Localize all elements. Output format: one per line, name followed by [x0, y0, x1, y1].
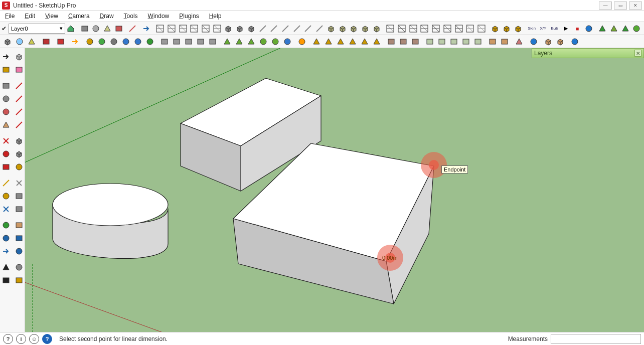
sphere-b[interactable]: [569, 36, 580, 47]
proj-4[interactable]: [195, 36, 206, 47]
contour5[interactable]: [303, 23, 313, 34]
pan-tool[interactable]: [14, 220, 25, 231]
proj-3[interactable]: [183, 36, 194, 47]
angle-4[interactable]: [347, 36, 358, 47]
plant-1[interactable]: [222, 36, 233, 47]
style-toggle-2[interactable]: Bub: [549, 23, 560, 34]
section-plane[interactable]: [14, 275, 25, 286]
zoom-tool[interactable]: [1, 233, 12, 244]
menu-plugins[interactable]: Plugins: [174, 11, 204, 22]
hatch-c[interactable]: [408, 23, 418, 34]
hatch4[interactable]: [189, 23, 200, 34]
component-edit[interactable]: [14, 36, 25, 47]
shadow-settings[interactable]: [79, 23, 90, 34]
menu-camera[interactable]: Camera: [63, 11, 95, 22]
dynamic-swirl[interactable]: [583, 23, 594, 34]
contour4[interactable]: [291, 23, 302, 34]
grid1[interactable]: [465, 23, 475, 34]
undo-arc[interactable]: [141, 23, 151, 34]
component-fav[interactable]: [26, 36, 37, 47]
axes-tool[interactable]: [1, 204, 12, 215]
contour3[interactable]: [280, 23, 291, 34]
arc2-tool[interactable]: [14, 119, 25, 130]
freehand-tool[interactable]: [14, 93, 25, 104]
eraser-tool[interactable]: [14, 64, 25, 75]
paint-bucket-tool[interactable]: [1, 64, 12, 75]
style-toggle-1[interactable]: X/Y: [538, 23, 549, 34]
play-animation[interactable]: ▶: [561, 23, 571, 34]
protractor-tool[interactable]: [1, 191, 12, 202]
angle-5[interactable]: [359, 36, 370, 47]
geolocation-button[interactable]: ?: [3, 334, 13, 344]
doc-5[interactable]: [472, 36, 484, 47]
tree2[interactable]: [620, 23, 630, 34]
zoom-extents[interactable]: [14, 246, 25, 257]
mark-bb[interactable]: [132, 36, 143, 47]
profile-button[interactable]: ☺: [29, 334, 39, 344]
contour1[interactable]: [257, 23, 268, 34]
make-component[interactable]: [14, 51, 25, 62]
hatch2[interactable]: [166, 23, 177, 34]
angle-3[interactable]: [335, 36, 346, 47]
doc-4[interactable]: [460, 36, 471, 47]
doc-3[interactable]: [448, 36, 459, 47]
proj-2[interactable]: [171, 36, 182, 47]
page-1[interactable]: [487, 36, 498, 47]
hatch5[interactable]: [201, 23, 211, 34]
menu-file[interactable]: File: [0, 11, 20, 22]
mark-a[interactable]: [96, 36, 107, 47]
hatch-g[interactable]: [453, 23, 464, 34]
sandbox-contours[interactable]: [127, 23, 138, 34]
bush[interactable]: [631, 23, 642, 34]
section[interactable]: [114, 23, 124, 34]
menu-help[interactable]: Help: [204, 11, 227, 22]
trim[interactable]: [246, 23, 257, 34]
offset-tool[interactable]: [14, 161, 25, 172]
pie-tool[interactable]: [1, 119, 12, 130]
component-make[interactable]: [2, 36, 13, 47]
zoom-window[interactable]: [14, 233, 25, 244]
followme-tool[interactable]: [14, 148, 25, 159]
hatch6[interactable]: [212, 23, 222, 34]
rectangle-tool[interactable]: [1, 80, 12, 91]
arc-tool[interactable]: [14, 106, 25, 117]
close-button[interactable]: ✕: [629, 2, 642, 10]
mark-r[interactable]: [108, 36, 119, 47]
orbit-tool[interactable]: [1, 220, 12, 231]
proj-1[interactable]: [159, 36, 170, 47]
minimize-button[interactable]: —: [599, 2, 612, 10]
mark-m[interactable]: [84, 36, 95, 47]
scale-tool[interactable]: [1, 161, 12, 172]
tree1[interactable]: [597, 23, 608, 34]
mark-rt[interactable]: [120, 36, 131, 47]
hatch-f[interactable]: [442, 23, 452, 34]
walk-tool[interactable]: [1, 275, 12, 286]
menu-draw[interactable]: Draw: [95, 11, 119, 22]
bbox2[interactable]: [502, 23, 512, 34]
paint-bucket[interactable]: [41, 36, 52, 47]
look-around[interactable]: [14, 262, 25, 273]
mark-sn[interactable]: [144, 36, 155, 47]
globe[interactable]: [528, 36, 539, 47]
plant-info[interactable]: [282, 36, 293, 47]
menu-view[interactable]: View: [40, 11, 63, 22]
star[interactable]: [102, 23, 113, 34]
doc-1[interactable]: [424, 36, 435, 47]
maximize-button[interactable]: ▭: [614, 2, 627, 10]
bbox1[interactable]: [490, 23, 501, 34]
tex-2[interactable]: [398, 36, 409, 47]
tex-3[interactable]: [410, 36, 421, 47]
tape-measure[interactable]: [1, 178, 12, 189]
style-toggle-0[interactable]: Skin: [527, 23, 537, 34]
polygon-tool[interactable]: [1, 106, 12, 117]
person[interactable]: [514, 36, 525, 47]
hatch-a[interactable]: [385, 23, 396, 34]
menu-edit[interactable]: Edit: [20, 11, 40, 22]
plant-2[interactable]: [234, 36, 245, 47]
contour6[interactable]: [314, 23, 325, 34]
stop-animation[interactable]: ■: [572, 23, 583, 34]
grid2[interactable]: [476, 23, 487, 34]
angle-2[interactable]: [323, 36, 334, 47]
solid-trim[interactable]: [349, 23, 359, 34]
grass1[interactable]: [609, 23, 619, 34]
